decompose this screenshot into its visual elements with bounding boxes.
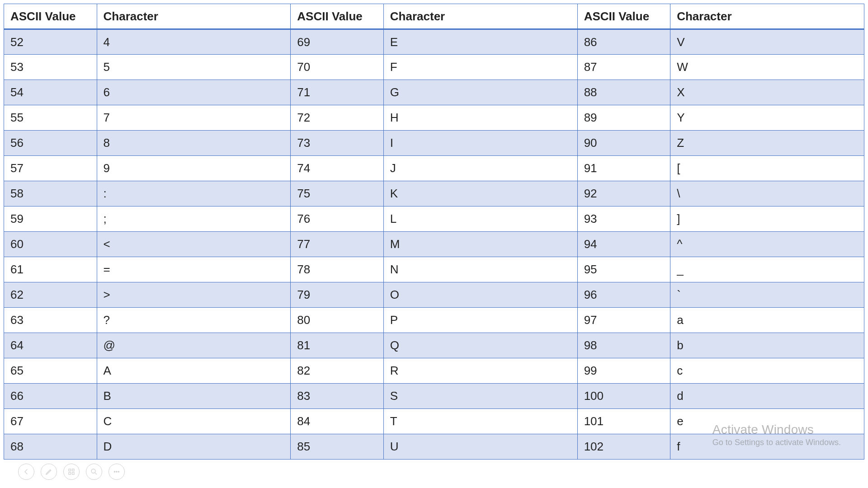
table-cell: X	[670, 80, 864, 105]
table-cell: 98	[577, 333, 670, 358]
table-cell: 90	[577, 131, 670, 156]
table-cell: 60	[4, 232, 97, 257]
table-cell: 96	[577, 282, 670, 308]
table-cell: B	[97, 384, 291, 409]
table-cell: \	[670, 181, 864, 206]
zoom-icon	[90, 468, 98, 476]
table-cell: 6	[97, 80, 291, 105]
table-cell: T	[383, 409, 577, 434]
table-cell: 59	[4, 206, 97, 232]
table-cell: ]	[670, 206, 864, 232]
table-cell: G	[383, 80, 577, 105]
table-row: 61=78N95_	[4, 257, 864, 282]
table-cell: 102	[577, 434, 670, 460]
table-cell: 58	[4, 181, 97, 206]
table-cell: Y	[670, 105, 864, 131]
table-cell: 66	[4, 384, 97, 409]
col-header: ASCII Value	[291, 4, 384, 29]
table-cell: 86	[577, 29, 670, 55]
table-cell: 76	[291, 206, 384, 232]
table-cell: 64	[4, 333, 97, 358]
table-cell: 9	[97, 156, 291, 181]
table-cell: 89	[577, 105, 670, 131]
table-row: 66B83S100d	[4, 384, 864, 409]
table-cell: V	[670, 29, 864, 55]
table-cell: 72	[291, 105, 384, 131]
table-cell: R	[383, 358, 577, 384]
pen-icon	[45, 468, 53, 476]
pen-button[interactable]	[41, 464, 57, 480]
svg-rect-0	[69, 469, 71, 471]
more-options-button[interactable]	[108, 464, 125, 480]
table-cell: 4	[97, 29, 291, 55]
table-cell: d	[670, 384, 864, 409]
table-cell: >	[97, 282, 291, 308]
zoom-button[interactable]	[86, 464, 102, 480]
col-header: ASCII Value	[4, 4, 97, 29]
svg-point-6	[114, 471, 115, 472]
table-cell: 62	[4, 282, 97, 308]
table-row: 53570F87W	[4, 55, 864, 80]
table-cell: 85	[291, 434, 384, 460]
table-cell: 71	[291, 80, 384, 105]
ascii-table: ASCII Value Character ASCII Value Charac…	[4, 4, 864, 460]
table-cell: C	[97, 409, 291, 434]
table-cell: @	[97, 333, 291, 358]
table-cell: F	[383, 55, 577, 80]
svg-rect-2	[69, 473, 71, 475]
table-cell: P	[383, 308, 577, 333]
svg-point-8	[118, 471, 119, 472]
table-row: 54671G88X	[4, 80, 864, 105]
table-cell: U	[383, 434, 577, 460]
svg-rect-1	[72, 469, 75, 471]
table-cell: 53	[4, 55, 97, 80]
slideshow-toolbar	[18, 464, 125, 480]
table-cell: 73	[291, 131, 384, 156]
table-row: 52469E86V	[4, 29, 864, 55]
table-row: 63?80P97a	[4, 308, 864, 333]
table-cell: 70	[291, 55, 384, 80]
table-cell: b	[670, 333, 864, 358]
table-cell: 81	[291, 333, 384, 358]
table-cell: ^	[670, 232, 864, 257]
table-cell: 56	[4, 131, 97, 156]
table-cell: `	[670, 282, 864, 308]
table-cell: =	[97, 257, 291, 282]
grid-icon	[67, 468, 75, 476]
table-cell: [	[670, 156, 864, 181]
table-cell: 63	[4, 308, 97, 333]
table-cell: _	[670, 257, 864, 282]
table-row: 60<77M94^	[4, 232, 864, 257]
col-header: ASCII Value	[577, 4, 670, 29]
table-cell: 101	[577, 409, 670, 434]
table-cell: 5	[97, 55, 291, 80]
table-cell: W	[670, 55, 864, 80]
previous-slide-button[interactable]	[18, 464, 34, 480]
more-icon	[113, 468, 121, 476]
table-cell: 93	[577, 206, 670, 232]
svg-line-5	[95, 473, 97, 474]
table-cell: A	[97, 358, 291, 384]
table-cell: a	[670, 308, 864, 333]
table-row: 67C84T101e	[4, 409, 864, 434]
table-cell: 82	[291, 358, 384, 384]
table-row: 59;76L93]	[4, 206, 864, 232]
table-cell: I	[383, 131, 577, 156]
table-row: 57974J91[	[4, 156, 864, 181]
table-cell: 95	[577, 257, 670, 282]
table-cell: J	[383, 156, 577, 181]
table-cell: 79	[291, 282, 384, 308]
table-cell: 75	[291, 181, 384, 206]
col-header: Character	[670, 4, 864, 29]
col-header: Character	[97, 4, 291, 29]
table-row: 56873I90Z	[4, 131, 864, 156]
table-cell: O	[383, 282, 577, 308]
svg-point-4	[91, 469, 95, 473]
table-cell: 7	[97, 105, 291, 131]
table-cell: Z	[670, 131, 864, 156]
table-row: 62>79O96`	[4, 282, 864, 308]
table-cell: K	[383, 181, 577, 206]
see-all-slides-button[interactable]	[63, 464, 80, 480]
table-cell: L	[383, 206, 577, 232]
table-cell: 67	[4, 409, 97, 434]
